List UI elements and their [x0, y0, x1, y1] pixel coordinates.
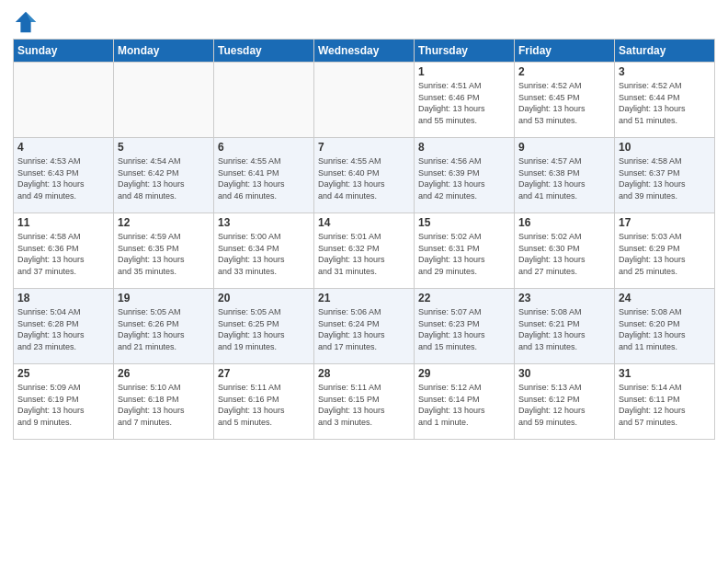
day-number: 2 [518, 65, 610, 78]
calendar-cell: 7Sunrise: 4:55 AM Sunset: 6:40 PM Daylig… [314, 138, 415, 213]
day-number: 8 [418, 141, 510, 154]
calendar-cell: 28Sunrise: 5:11 AM Sunset: 6:15 PM Dayli… [314, 364, 415, 440]
calendar-header-monday: Monday [114, 40, 214, 63]
day-info: Sunrise: 5:06 AM Sunset: 6:24 PM Dayligh… [318, 306, 410, 352]
day-info: Sunrise: 5:02 AM Sunset: 6:30 PM Dayligh… [518, 231, 610, 277]
calendar-cell: 16Sunrise: 5:02 AM Sunset: 6:30 PM Dayli… [515, 213, 615, 289]
day-number: 28 [318, 367, 410, 380]
day-info: Sunrise: 5:04 AM Sunset: 6:28 PM Dayligh… [17, 306, 109, 352]
day-info: Sunrise: 5:07 AM Sunset: 6:23 PM Dayligh… [418, 306, 510, 352]
day-info: Sunrise: 5:03 AM Sunset: 6:29 PM Dayligh… [619, 231, 711, 277]
page-container: SundayMondayTuesdayWednesdayThursdayFrid… [0, 0, 728, 447]
day-number: 22 [418, 292, 510, 304]
day-info: Sunrise: 4:56 AM Sunset: 6:39 PM Dayligh… [418, 155, 510, 201]
day-info: Sunrise: 5:11 AM Sunset: 6:15 PM Dayligh… [318, 382, 410, 428]
day-number: 17 [619, 216, 711, 229]
calendar-cell: 10Sunrise: 4:58 AM Sunset: 6:37 PM Dayli… [615, 138, 715, 213]
day-number: 23 [518, 292, 610, 304]
day-number: 7 [318, 141, 410, 154]
calendar-cell: 19Sunrise: 5:05 AM Sunset: 6:26 PM Dayli… [114, 289, 214, 364]
day-number: 24 [619, 292, 711, 304]
day-number: 1 [418, 65, 510, 78]
calendar-cell: 8Sunrise: 4:56 AM Sunset: 6:39 PM Daylig… [415, 138, 515, 213]
day-number: 18 [17, 292, 109, 304]
day-info: Sunrise: 5:14 AM Sunset: 6:11 PM Dayligh… [619, 382, 711, 428]
day-info: Sunrise: 4:55 AM Sunset: 6:40 PM Dayligh… [318, 155, 410, 201]
calendar-cell: 24Sunrise: 5:08 AM Sunset: 6:20 PM Dayli… [615, 289, 715, 364]
calendar-cell: 25Sunrise: 5:09 AM Sunset: 6:19 PM Dayli… [14, 364, 114, 440]
calendar-cell: 13Sunrise: 5:00 AM Sunset: 6:34 PM Dayli… [214, 213, 314, 289]
calendar-cell: 3Sunrise: 4:52 AM Sunset: 6:44 PM Daylig… [615, 63, 715, 138]
day-number: 20 [218, 292, 310, 304]
day-number: 9 [518, 141, 610, 154]
day-info: Sunrise: 4:57 AM Sunset: 6:38 PM Dayligh… [518, 155, 610, 201]
day-number: 29 [418, 367, 510, 380]
calendar-header-sunday: Sunday [14, 40, 114, 63]
calendar-cell: 1Sunrise: 4:51 AM Sunset: 6:46 PM Daylig… [415, 63, 515, 138]
day-info: Sunrise: 5:08 AM Sunset: 6:21 PM Dayligh… [518, 306, 610, 352]
calendar-cell [14, 63, 114, 138]
calendar-week-4: 18Sunrise: 5:04 AM Sunset: 6:28 PM Dayli… [14, 289, 715, 364]
day-info: Sunrise: 5:01 AM Sunset: 6:32 PM Dayligh… [318, 231, 410, 277]
day-number: 10 [619, 141, 711, 154]
day-info: Sunrise: 5:02 AM Sunset: 6:31 PM Dayligh… [418, 231, 510, 277]
calendar-cell: 21Sunrise: 5:06 AM Sunset: 6:24 PM Dayli… [314, 289, 415, 364]
calendar-cell: 14Sunrise: 5:01 AM Sunset: 6:32 PM Dayli… [314, 213, 415, 289]
calendar-header-saturday: Saturday [615, 40, 715, 63]
calendar-cell [314, 63, 415, 138]
calendar-table: SundayMondayTuesdayWednesdayThursdayFrid… [13, 39, 715, 440]
calendar-cell: 5Sunrise: 4:54 AM Sunset: 6:42 PM Daylig… [114, 138, 214, 213]
calendar-week-5: 25Sunrise: 5:09 AM Sunset: 6:19 PM Dayli… [14, 364, 715, 440]
day-info: Sunrise: 5:05 AM Sunset: 6:25 PM Dayligh… [218, 306, 310, 352]
calendar-cell [214, 63, 314, 138]
header [13, 9, 715, 35]
day-number: 5 [118, 141, 210, 154]
calendar-cell: 23Sunrise: 5:08 AM Sunset: 6:21 PM Dayli… [515, 289, 615, 364]
day-number: 21 [318, 292, 410, 304]
calendar-header-tuesday: Tuesday [214, 40, 314, 63]
logo-icon [13, 9, 39, 35]
day-number: 6 [218, 141, 310, 154]
day-number: 15 [418, 216, 510, 229]
day-number: 30 [518, 367, 610, 380]
calendar-cell: 12Sunrise: 4:59 AM Sunset: 6:35 PM Dayli… [114, 213, 214, 289]
day-number: 11 [17, 216, 109, 229]
day-number: 3 [619, 65, 711, 78]
day-info: Sunrise: 4:53 AM Sunset: 6:43 PM Dayligh… [17, 155, 109, 201]
calendar-header-row: SundayMondayTuesdayWednesdayThursdayFrid… [14, 40, 715, 63]
day-info: Sunrise: 4:58 AM Sunset: 6:37 PM Dayligh… [619, 155, 711, 201]
calendar-cell: 31Sunrise: 5:14 AM Sunset: 6:11 PM Dayli… [615, 364, 715, 440]
calendar-week-1: 1Sunrise: 4:51 AM Sunset: 6:46 PM Daylig… [14, 63, 715, 138]
calendar-cell: 26Sunrise: 5:10 AM Sunset: 6:18 PM Dayli… [114, 364, 214, 440]
day-info: Sunrise: 4:59 AM Sunset: 6:35 PM Dayligh… [118, 231, 210, 277]
calendar-cell: 6Sunrise: 4:55 AM Sunset: 6:41 PM Daylig… [214, 138, 314, 213]
day-info: Sunrise: 4:58 AM Sunset: 6:36 PM Dayligh… [17, 231, 109, 277]
day-info: Sunrise: 4:52 AM Sunset: 6:44 PM Dayligh… [619, 80, 711, 126]
day-info: Sunrise: 5:08 AM Sunset: 6:20 PM Dayligh… [619, 306, 711, 352]
day-info: Sunrise: 4:55 AM Sunset: 6:41 PM Dayligh… [218, 155, 310, 201]
calendar-cell: 27Sunrise: 5:11 AM Sunset: 6:16 PM Dayli… [214, 364, 314, 440]
day-number: 26 [118, 367, 210, 380]
calendar-header-wednesday: Wednesday [314, 40, 415, 63]
day-info: Sunrise: 4:51 AM Sunset: 6:46 PM Dayligh… [418, 80, 510, 126]
calendar-week-3: 11Sunrise: 4:58 AM Sunset: 6:36 PM Dayli… [14, 213, 715, 289]
calendar-cell: 30Sunrise: 5:13 AM Sunset: 6:12 PM Dayli… [515, 364, 615, 440]
day-number: 31 [619, 367, 711, 380]
day-info: Sunrise: 4:54 AM Sunset: 6:42 PM Dayligh… [118, 155, 210, 201]
calendar-cell: 22Sunrise: 5:07 AM Sunset: 6:23 PM Dayli… [415, 289, 515, 364]
calendar-cell: 17Sunrise: 5:03 AM Sunset: 6:29 PM Dayli… [615, 213, 715, 289]
day-number: 19 [118, 292, 210, 304]
calendar-cell: 11Sunrise: 4:58 AM Sunset: 6:36 PM Dayli… [14, 213, 114, 289]
calendar-header-thursday: Thursday [415, 40, 515, 63]
calendar-cell: 20Sunrise: 5:05 AM Sunset: 6:25 PM Dayli… [214, 289, 314, 364]
calendar-cell: 15Sunrise: 5:02 AM Sunset: 6:31 PM Dayli… [415, 213, 515, 289]
day-number: 13 [218, 216, 310, 229]
day-info: Sunrise: 5:13 AM Sunset: 6:12 PM Dayligh… [518, 382, 610, 428]
day-info: Sunrise: 5:11 AM Sunset: 6:16 PM Dayligh… [218, 382, 310, 428]
calendar-cell: 2Sunrise: 4:52 AM Sunset: 6:45 PM Daylig… [515, 63, 615, 138]
day-number: 4 [17, 141, 109, 154]
day-info: Sunrise: 5:00 AM Sunset: 6:34 PM Dayligh… [218, 231, 310, 277]
calendar-cell: 18Sunrise: 5:04 AM Sunset: 6:28 PM Dayli… [14, 289, 114, 364]
day-info: Sunrise: 5:10 AM Sunset: 6:18 PM Dayligh… [118, 382, 210, 428]
calendar-cell: 29Sunrise: 5:12 AM Sunset: 6:14 PM Dayli… [415, 364, 515, 440]
